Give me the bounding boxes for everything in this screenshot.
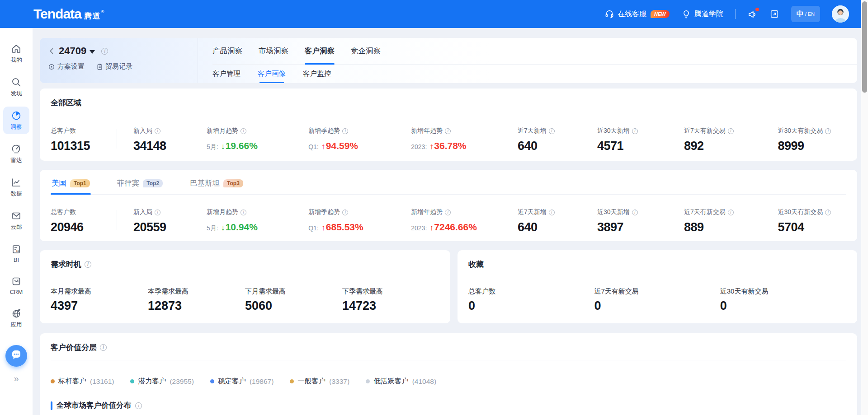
language-toggle[interactable]: 中 / EN (791, 6, 820, 22)
stat-demand-next-quarter: 下季需求最高 14723 (342, 287, 439, 313)
country-tab-pakistan[interactable]: 巴基斯坦 Top3 (189, 174, 244, 194)
academy-button[interactable]: 腾道学院 (681, 9, 723, 19)
sidebar-item-label: 云邮 (11, 224, 22, 231)
tab-market-insight[interactable]: 市场洞察 (259, 38, 288, 64)
info-icon[interactable] (241, 210, 246, 215)
top2-badge: Top2 (143, 179, 163, 187)
top-countries-card: 美国 Top1 菲律宾 Top2 巴基斯坦 Top3 总客户数 20946 新入… (40, 170, 857, 241)
legend-general-customers[interactable]: 一般客户 (3337) (290, 377, 349, 386)
tab-customer-insight[interactable]: 客户洞察 (305, 38, 335, 64)
bi-report-icon: BI (11, 244, 22, 255)
stat-label: 总客户数 (51, 208, 76, 216)
page-scrollbar[interactable] (861, 0, 868, 415)
back-icon[interactable] (48, 47, 56, 55)
stat-label: 本季需求最高 (148, 287, 245, 296)
plan-id[interactable]: 24709 (59, 45, 86, 57)
user-avatar[interactable] (832, 5, 849, 23)
info-icon[interactable] (135, 402, 142, 409)
subtab-customer-management[interactable]: 客户管理 (212, 65, 241, 83)
info-icon[interactable] (549, 128, 555, 134)
academy-label: 腾道学院 (694, 9, 723, 19)
stat-demand-this-quarter: 本季需求最高 12873 (148, 287, 245, 313)
info-icon[interactable] (101, 48, 108, 55)
legend-dot (366, 379, 370, 383)
plan-settings-button[interactable]: 方案设置 (48, 62, 85, 71)
country-name: 美国 (52, 178, 66, 188)
tendata-logo[interactable]: Tendata 腾道 ® (33, 7, 104, 21)
stat-value: 3897 (597, 220, 684, 234)
legend-label: 稳定客户 (218, 377, 246, 386)
subtab-customer-monitor[interactable]: 客户监控 (303, 65, 331, 83)
sidebar-item-label: 雷达 (11, 157, 22, 164)
legend-inactive-customers[interactable]: 低活跃客户 (41048) (366, 377, 436, 386)
legend-potential-customers[interactable]: 潜力客户 (23955) (130, 377, 193, 386)
caret-down-icon[interactable] (90, 50, 95, 54)
country-tab-usa[interactable]: 美国 Top1 (51, 174, 91, 194)
stat-label: 新增月趋势 (207, 208, 238, 216)
info-icon[interactable] (632, 210, 638, 215)
stat-new-7d: 近7天新增 640 (518, 127, 597, 153)
info-icon[interactable] (445, 210, 451, 215)
legend-label: 潜力客户 (138, 377, 166, 386)
demand-timing-card: 需求时机 本月需求最高 4397 本季需求最高 12873 下月需求最高 506… (40, 250, 450, 323)
legend-stable-customers[interactable]: 稳定客户 (19867) (210, 377, 274, 386)
divider (51, 277, 439, 277)
demand-stats: 本月需求最高 4397 本季需求最高 12873 下月需求最高 5060 下季需… (51, 287, 439, 313)
sidebar-item-mine[interactable]: 我的 (3, 40, 29, 67)
tab-competitor-insight[interactable]: 竞企洞察 (351, 38, 381, 64)
stat-label: 近30天新增 (597, 208, 630, 216)
stat-fav-trade-7d: 近7天有新交易 0 (594, 287, 720, 313)
legend-label: 标杆客户 (58, 377, 86, 386)
stat-label: 新增月趋势 (207, 127, 238, 135)
sidebar-item-insight[interactable]: 洞察 (3, 107, 29, 134)
favorites-title: 收藏 (468, 259, 484, 270)
trade-records-button[interactable]: 贸易记录 (96, 62, 132, 71)
announcement-icon[interactable] (747, 9, 758, 19)
country-tabs: 美国 Top1 菲律宾 Top2 巴基斯坦 Top3 (51, 174, 846, 195)
info-icon[interactable] (825, 210, 831, 215)
info-icon[interactable] (825, 128, 831, 134)
info-icon[interactable] (155, 128, 160, 134)
info-icon[interactable] (342, 128, 348, 134)
info-icon[interactable] (728, 128, 734, 134)
search-icon (11, 77, 22, 88)
info-icon[interactable] (85, 261, 91, 268)
stat-label: 下月需求最高 (245, 287, 342, 296)
sidebar-item-label: BI (14, 257, 19, 263)
stat-total-customers: 总客户数 101315 (51, 127, 133, 153)
fullscreen-icon[interactable] (769, 9, 779, 19)
logo-cn-text: 腾道 (84, 11, 101, 21)
trend-value: ↑36.78% (429, 140, 466, 151)
info-icon[interactable] (100, 344, 107, 351)
lang-en: EN (808, 11, 815, 17)
sidebar-item-discover[interactable]: 发现 (3, 73, 29, 101)
sidebar-item-radar[interactable]: 雷达 (3, 140, 29, 168)
stat-label: 近7天有新交易 (684, 127, 726, 135)
online-service-button[interactable]: 在线客服 NEW (604, 9, 670, 19)
stat-label: 近30天新增 (597, 127, 630, 135)
stat-label: 新增年趋势 (411, 127, 443, 135)
info-icon[interactable] (155, 210, 160, 215)
trend-period: 2023: (411, 143, 427, 150)
info-icon[interactable] (632, 128, 638, 134)
sidebar-collapse-button[interactable]: » (14, 374, 19, 383)
chat-support-button[interactable] (5, 345, 27, 367)
sidebar-item-data[interactable]: 数据 (3, 173, 29, 201)
info-icon[interactable] (728, 210, 734, 215)
info-icon[interactable] (241, 128, 246, 134)
sidebar-item-crm[interactable]: CRM (3, 272, 29, 298)
sidebar-item-bi[interactable]: BI BI (3, 240, 29, 266)
legend-benchmark-customers[interactable]: 标杆客户 (13161) (51, 377, 114, 386)
sidebar-item-apps[interactable]: 应用 (3, 304, 29, 332)
info-icon[interactable] (342, 210, 348, 215)
info-icon[interactable] (445, 128, 451, 134)
scrollbar-thumb[interactable] (862, 1, 867, 93)
stat-value: 5704 (778, 220, 846, 234)
sidebar-item-mail[interactable]: 云邮 (3, 207, 29, 234)
subtab-customer-profile[interactable]: 客户画像 (258, 65, 286, 83)
tab-product-insight[interactable]: 产品洞察 (212, 38, 242, 64)
stat-trade-30d: 近30天有新交易 5704 (778, 208, 846, 234)
online-service-label: 在线客服 (618, 9, 646, 19)
country-tab-philippines[interactable]: 菲律宾 Top2 (116, 174, 164, 194)
info-icon[interactable] (549, 210, 555, 215)
